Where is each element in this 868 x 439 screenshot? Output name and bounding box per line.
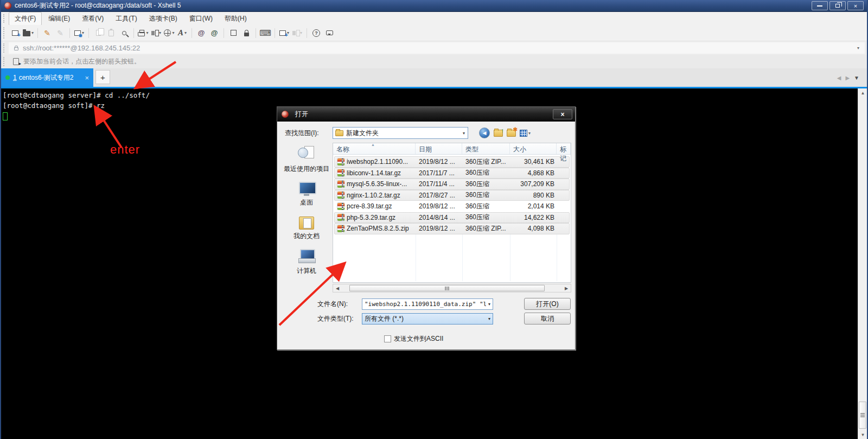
tab-scroll-right-icon[interactable]: ▶ — [845, 75, 850, 81]
sidebar-item-recent[interactable]: 最近使用的项目 — [284, 146, 329, 174]
restore-button[interactable] — [829, 1, 846, 10]
xagent-tool-button[interactable]: @ — [208, 27, 220, 40]
menu-tab[interactable]: 选项卡(B) — [144, 12, 183, 25]
up-one-level-button[interactable]: ↑ — [494, 130, 503, 137]
tab-scroll-left-icon[interactable]: ◀ — [837, 75, 841, 81]
fullscreen-button[interactable] — [227, 27, 239, 40]
column-header-tag[interactable]: 标记 — [557, 143, 571, 154]
new-session-icon: + — [12, 30, 18, 36]
file-row[interactable]: iwebshop2.1.11090... 2019/8/12 ... 360压缩… — [334, 156, 570, 168]
new-terminal-button[interactable]: +▾ — [278, 27, 290, 40]
addressbar-grip[interactable] — [3, 43, 6, 53]
back-button[interactable]: ◀ — [479, 128, 490, 138]
copy-icon — [96, 30, 101, 36]
file-row[interactable]: libiconv-1.14.tar.gz 2017/11/7 ... 360压缩… — [334, 168, 570, 179]
view-menu-button[interactable]: ▾ — [520, 130, 531, 137]
info-bar: 要添加当前会话，点击左侧的箭头按钮。 — [1, 55, 867, 68]
column-header-size[interactable]: 大小 — [510, 143, 557, 154]
sidebar-item-documents[interactable]: 我的文档 — [293, 215, 320, 241]
new-tab-button[interactable]: + — [95, 70, 110, 84]
globe-icon — [164, 29, 171, 36]
xshell-tool-button[interactable]: @ — [195, 27, 207, 40]
send-ascii-checkbox[interactable] — [384, 335, 391, 342]
tab-label: centos6-测试专用2 — [19, 73, 74, 82]
scroll-right-icon[interactable]: ▶ — [562, 284, 571, 292]
sort-ascending-icon: ▲ — [371, 143, 375, 147]
add-session-icon[interactable] — [13, 58, 19, 65]
menu-tools[interactable]: 工具(T) — [110, 12, 142, 25]
web-button[interactable]: ▾ — [163, 27, 175, 40]
menu-help[interactable]: 帮助(H) — [219, 12, 252, 25]
look-in-label: 查找范围(I): — [285, 129, 333, 138]
file-list-hscrollbar[interactable]: ◀ ▶ — [333, 284, 571, 292]
connect-button[interactable]: ✎ — [41, 27, 53, 40]
dialog-title-bar: 打开 — [277, 107, 575, 122]
lock-screen-button[interactable] — [240, 27, 252, 40]
filename-label: 文件名(N): — [317, 300, 362, 309]
layout-icon — [151, 30, 158, 36]
scroll-down-icon[interactable]: ▼ — [858, 430, 867, 439]
disconnect-icon: ✎ — [57, 29, 63, 37]
minimize-button[interactable] — [812, 1, 828, 10]
toolbar-grip[interactable] — [3, 27, 6, 38]
xshell-snail-icon: @ — [198, 29, 205, 37]
screen-layout-button[interactable]: ▾ — [150, 27, 162, 40]
file-row[interactable]: pcre-8.39.tar.gz 2019/8/12 ... 360压缩 2,0… — [334, 201, 570, 212]
connected-status-icon — [5, 75, 10, 80]
menu-window[interactable]: 窗口(W) — [184, 12, 218, 25]
dialog-app-icon — [282, 111, 289, 118]
filetype-combobox[interactable]: 所有文件 (*.*) ▾ — [362, 313, 493, 325]
file-row[interactable]: nginx-1.10.2.tar.gz 2017/8/27 ... 360压缩 … — [334, 190, 570, 201]
menubar-grip[interactable] — [3, 14, 6, 23]
xshell-window: centos6-测试专用2 - root@cdtaogang:/data/sof… — [0, 0, 868, 439]
tab-list-dropdown-icon[interactable]: ▼ — [854, 75, 859, 81]
address-field[interactable]: ssh://root:******@192.168.245.145:22 ▾ — [9, 42, 865, 54]
session-properties-button[interactable]: ▾ — [73, 27, 85, 40]
chevron-down-icon[interactable]: ▾ — [486, 316, 493, 321]
scroll-left-icon[interactable]: ◀ — [333, 284, 342, 292]
virtual-keyboard-button[interactable]: ⌨ — [259, 27, 271, 40]
cancel-button[interactable]: 取消 — [524, 313, 571, 325]
paste-button — [105, 27, 117, 40]
sidebar-item-desktop[interactable]: 桌面 — [298, 182, 315, 207]
file-row[interactable]: mysql-5.6.35-linux-... 2017/11/4 ... 360… — [334, 179, 570, 190]
column-header-name[interactable]: ▲名称 — [333, 143, 416, 154]
terminal-cursor — [3, 112, 8, 120]
column-header-type[interactable]: 类型 — [462, 143, 510, 154]
dialog-close-button[interactable]: × — [553, 109, 572, 119]
print-button[interactable]: ▾ — [137, 27, 149, 40]
open-session-button[interactable]: ▾ — [22, 27, 34, 40]
info-text: 要添加当前会话，点击左侧的箭头按钮。 — [23, 57, 141, 66]
sidebar-item-computer[interactable]: 计算机 — [297, 249, 316, 276]
address-dropdown-icon[interactable]: ▾ — [857, 46, 859, 50]
file-row[interactable]: ZenTaoPMS.8.2.5.zip 2019/8/12 ... 360压缩 … — [334, 223, 570, 234]
find-button[interactable] — [118, 27, 130, 40]
help-button[interactable]: ? — [310, 27, 322, 40]
open-button[interactable]: 打开(O) — [524, 298, 571, 310]
ssh-lock-icon — [14, 47, 18, 50]
scroll-up-icon[interactable]: ▲ — [858, 88, 867, 97]
close-button[interactable]: × — [847, 1, 864, 10]
font-icon: A — [178, 28, 183, 37]
feedback-button[interactable] — [323, 27, 335, 40]
file-row[interactable]: php-5.3.29.tar.gz 2014/8/14 ... 360压缩 14… — [334, 212, 570, 224]
column-header-date[interactable]: 日期 — [416, 143, 462, 154]
font-button[interactable]: A▾ — [176, 27, 188, 40]
new-session-button[interactable]: + — [9, 27, 21, 40]
menu-edit[interactable]: 编辑(E) — [43, 12, 75, 25]
tab-session-active[interactable]: 1 centos6-测试专用2 × — [1, 68, 93, 87]
scrollbar-thumb[interactable] — [859, 402, 866, 429]
chevron-down-icon[interactable]: ▾ — [486, 302, 493, 307]
hscrollbar-thumb[interactable] — [349, 285, 545, 291]
archive-file-icon — [337, 203, 344, 210]
look-in-combobox[interactable]: 新建文件夹 ▾ — [333, 127, 468, 139]
filetype-label: 文件类型(T): — [317, 314, 362, 323]
tab-close-icon[interactable]: × — [85, 74, 89, 82]
menu-view[interactable]: 查看(V) — [76, 12, 109, 25]
chevron-down-icon[interactable]: ▾ — [463, 131, 465, 136]
infobar-grip[interactable] — [3, 57, 6, 67]
new-folder-button[interactable]: ✱ — [507, 130, 516, 137]
filename-combobox[interactable]: "iwebshop2.1.11090110_data.zip" "libi ▾ — [362, 298, 493, 310]
menu-file[interactable]: 文件(F) — [9, 12, 42, 26]
terminal-scrollbar[interactable]: ▲ ▼ — [858, 88, 867, 439]
